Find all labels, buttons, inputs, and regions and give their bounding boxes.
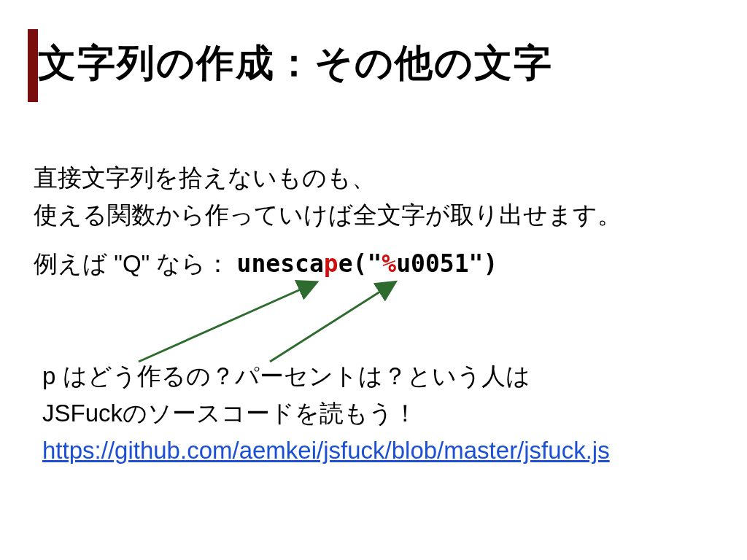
slide: 文字列の作成：その他の文字 直接文字列を拾えないものも、 使える関数から作ってい…: [0, 0, 747, 560]
hint-line-1: p はどう作るの？パーセントは？という人は: [42, 362, 530, 389]
hint-line-2: JSFuckのソースコードを読もう！: [42, 400, 417, 427]
arrow-to-percent-icon: [270, 283, 394, 362]
paragraph-hint: p はどう作るの？パーセントは？という人は JSFuckのソースコードを読もう！…: [42, 357, 610, 469]
example-prefix: 例えば "Q" なら：: [34, 250, 230, 277]
slide-title: 文字列の作成：その他の文字: [38, 38, 553, 89]
jsfuck-source-link[interactable]: https://github.com/aemkei/jsfuck/blob/ma…: [42, 437, 610, 464]
title-accent-bar: [28, 29, 38, 102]
paragraph-intro: 直接文字列を拾えないものも、 使える関数から作っていけば全文字が取り出せます。: [34, 159, 622, 233]
paragraph-example: 例えば "Q" なら： unescape("%u0051"): [34, 248, 498, 281]
code-snippet: unescape("%u0051"): [237, 249, 498, 278]
intro-line-1: 直接文字列を拾えないものも、: [34, 164, 376, 191]
arrow-to-p-icon: [139, 283, 315, 362]
code-part-1: unesca: [237, 249, 324, 278]
intro-line-2: 使える関数から作っていけば全文字が取り出せます。: [34, 201, 622, 228]
code-part-3: u0051"): [396, 249, 498, 278]
code-percent-sign: %: [382, 249, 396, 278]
code-part-2: e(": [338, 249, 382, 278]
code-letter-p: p: [324, 249, 338, 278]
